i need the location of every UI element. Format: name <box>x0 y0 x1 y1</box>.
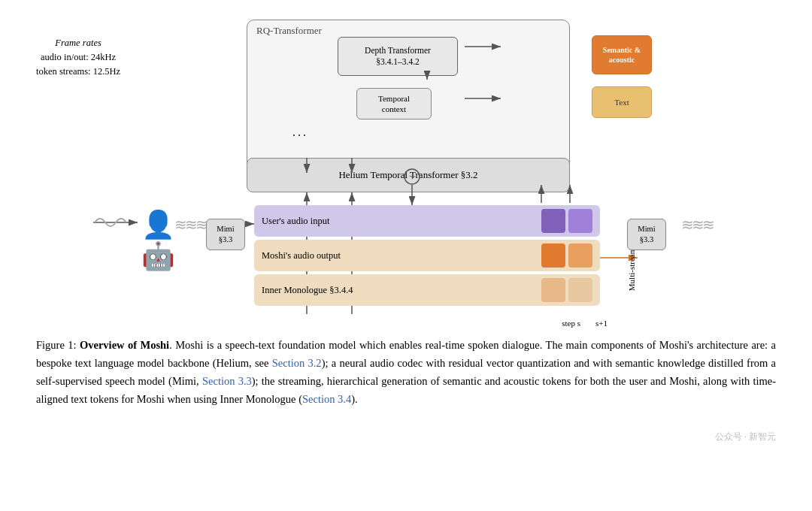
diagram-area: Frame rates audio in/out: 24kHz token st… <box>36 14 776 329</box>
user-stream-label: User's audio input <box>254 216 541 227</box>
mimi-right-line2: §3.3 <box>640 234 653 245</box>
caption-bold-part: Overview of Moshi <box>80 339 169 351</box>
helium-label: Helium Temporal Transformer §3.2 <box>338 169 477 181</box>
section-3-4-link[interactable]: Section 3.4 <box>302 393 351 405</box>
wave-right: ≋≋≋ <box>681 216 713 234</box>
moshi-token-s1 <box>568 243 592 268</box>
depth-transformer-label: Depth Transformer§3.4.1–3.4.2 <box>365 45 431 68</box>
moshi-stream-row: Moshi's audio output <box>254 240 600 271</box>
text-output-box: Text <box>592 86 652 118</box>
section-3-2-link[interactable]: Section 3.2 <box>272 357 322 369</box>
text-output-label: Text <box>614 97 629 107</box>
frame-rates-line1: audio in/out: 24kHz <box>36 50 120 65</box>
temporal-context-label: Temporalcontext <box>378 93 410 115</box>
semantic-acoustic-box: Semantic & acoustic <box>592 35 652 74</box>
inner-token-s <box>541 278 565 302</box>
moshi-token-s <box>541 243 565 268</box>
robot-icon: 🤖 <box>141 240 175 272</box>
moshi-token-squares <box>541 243 600 268</box>
mimi-right-box: Mimi §3.3 <box>627 219 666 250</box>
user-token-s <box>541 209 565 233</box>
mimi-left-line2: §3.3 <box>219 234 232 245</box>
user-stream-row: User's audio input <box>254 205 600 237</box>
inner-monologue-row: Inner Monologue §3.4.4 <box>254 274 600 306</box>
step-labels: step s s+1 <box>562 319 607 328</box>
mimi-left-box: Mimi §3.3 <box>206 219 245 250</box>
rq-transformer-label: RQ-Transformer <box>256 25 322 37</box>
inner-monologue-label: Inner Monologue §3.4.4 <box>254 285 541 296</box>
dots-indicator: ··· <box>292 129 308 143</box>
figure-caption: Figure 1: Overview of Moshi. Moshi is a … <box>36 337 776 409</box>
wave-left: ≋≋≋ <box>174 216 206 234</box>
mimi-right-line1: Mimi <box>638 224 655 234</box>
step-s-label: step s <box>562 319 580 328</box>
semantic-acoustic-label: Semantic & acoustic <box>592 45 651 65</box>
user-token-squares <box>541 209 600 233</box>
depth-transformer-box: Depth Transformer§3.4.1–3.4.2 <box>338 37 458 76</box>
caption-text4: ). <box>351 393 357 405</box>
frame-rates: Frame rates audio in/out: 24kHz token st… <box>36 36 120 78</box>
human-icon: 👤 <box>141 209 175 240</box>
mimi-left-line1: Mimi <box>217 224 234 234</box>
frame-rates-title: Frame rates <box>36 36 120 50</box>
step-s1-label: s+1 <box>595 319 607 328</box>
rq-transformer-box: RQ-Transformer Depth Transformer§3.4.1–3… <box>247 20 570 170</box>
temporal-context-box: Temporalcontext <box>356 88 432 119</box>
watermark-text: 公众号 · 新智元 <box>715 431 776 443</box>
user-token-s1 <box>568 209 592 233</box>
streams-area: 👤 🤖 ≋≋≋ Mimi §3.3 User's audio input <box>134 205 615 314</box>
watermark: 公众号 · 新智元 <box>715 431 776 443</box>
inner-token-s1 <box>568 278 592 302</box>
fig-label: Figure 1: <box>36 339 77 351</box>
helium-box: Helium Temporal Transformer §3.2 <box>247 158 570 192</box>
frame-rates-line2: token streams: 12.5Hz <box>36 65 120 79</box>
page: Frame rates audio in/out: 24kHz token st… <box>0 0 812 511</box>
moshi-stream-label: Moshi's audio output <box>254 250 541 262</box>
section-3-3-link[interactable]: Section 3.3 <box>202 375 252 387</box>
inner-token-squares <box>541 278 600 302</box>
